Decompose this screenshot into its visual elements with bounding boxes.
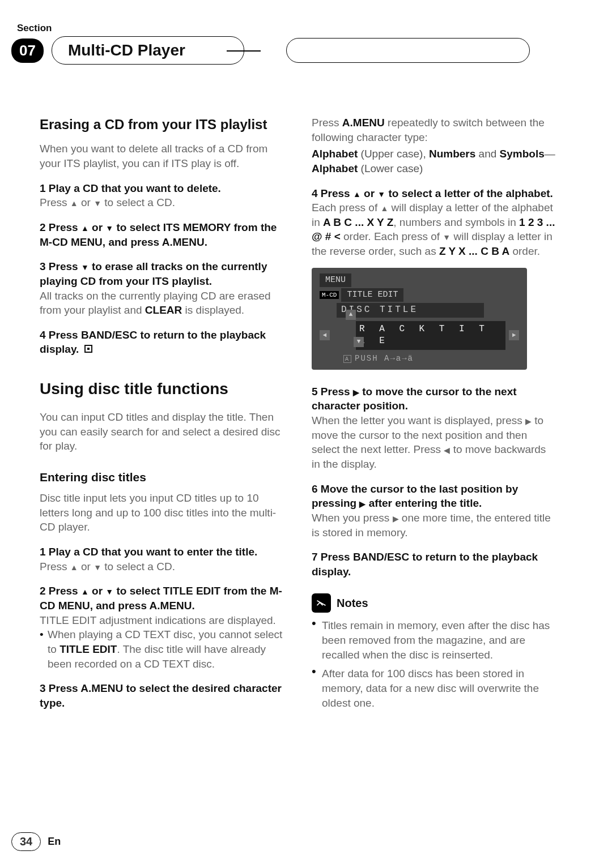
manual-page: Section 07 Multi-CD Player Erasing a CD … (0, 0, 612, 868)
notes-icon (312, 593, 331, 613)
text: (Lower case) (358, 163, 423, 174)
step-head: 4 Press or to select a letter of the alp… (312, 186, 555, 201)
right-column: Press A.MENU repeatedly to switch betwee… (312, 116, 555, 715)
up-arrow-icon (81, 221, 89, 233)
stop-icon (84, 345, 92, 353)
right-step-4: 4 Press or to select a letter of the alp… (312, 186, 555, 259)
text: TITLE EDIT (341, 288, 403, 302)
text-bold: Z Y X ... C B A (439, 245, 509, 257)
step-head: 2 Press or to select ITS MEMORY from the… (40, 220, 283, 249)
step-body: When you press one more time, the entere… (312, 511, 555, 540)
step-head: 6 Move the cursor to the last position b… (312, 482, 555, 511)
down-arrow-icon: ▼ (354, 337, 364, 347)
footer-page-number: 34 (11, 832, 41, 851)
entering-intro: Disc title input lets you input CD title… (40, 491, 283, 535)
text: , numbers and symbols in (393, 216, 519, 228)
text: M-CD (320, 291, 339, 299)
up-arrow-icon (70, 196, 78, 208)
text: to select a CD. (101, 196, 175, 208)
enter-step-1: 1 Play a CD that you want to enter the t… (40, 545, 283, 574)
step-head: 5 Press to move the cursor to the next c… (312, 384, 555, 413)
text: or (89, 585, 106, 597)
notes-list: Titles remain in memory, even after the … (312, 618, 555, 710)
step-head: 1 Play a CD that you want to enter the t… (40, 545, 283, 559)
down-arrow-icon (94, 561, 101, 572)
up-arrow-icon (353, 187, 361, 199)
text: after entering the title. (366, 497, 482, 509)
step-head: 7 Press BAND/ESC to return to the playba… (312, 550, 555, 579)
text-bold: CLEAR (145, 304, 182, 316)
scr-title-edit: M-CDTITLE EDIT (320, 288, 519, 302)
step-head: 3 Press A.MENU to select the desired cha… (40, 681, 283, 710)
up-arrow-icon (380, 202, 388, 213)
text-bold: A B C ... X Y Z (323, 216, 393, 228)
text: 2 Press (40, 221, 81, 233)
text: to select a CD. (101, 561, 175, 572)
erase-intro: When you want to delete all tracks of a … (40, 142, 283, 170)
down-arrow-icon (94, 196, 101, 208)
erase-step-3: 3 Press to erase all tracks on the curre… (40, 259, 283, 318)
enter-step-3: 3 Press A.MENU to select the desired cha… (40, 681, 283, 710)
step-head: 2 Press or to select TITLE EDIT from the… (40, 584, 283, 613)
left-arrow-icon: ◄ (320, 330, 330, 340)
char-intro: Press A.MENU repeatedly to switch betwee… (312, 116, 555, 144)
text: or (89, 221, 106, 233)
down-arrow-icon (81, 260, 89, 272)
notes-title: Notes (337, 596, 368, 611)
right-step-5: 5 Press to move the cursor to the next c… (312, 384, 555, 472)
step-body: All tracks on the currently playing CD a… (40, 289, 283, 318)
scr-nav: ◄ ▲ R A C K T I T L E ► (320, 321, 519, 350)
down-arrow-icon (443, 230, 450, 242)
text: 2 Press (40, 585, 81, 597)
text: order. (509, 245, 540, 257)
text: 3 Press (40, 260, 81, 272)
footer-language: En (48, 836, 61, 848)
erase-step-1: 1 Play a CD that you want to delete. Pre… (40, 181, 283, 210)
text: (Upper case), (358, 148, 429, 160)
text-bold: Numbers (429, 148, 475, 160)
char-types: Alphabet (Upper case), Numbers and Symbo… (312, 147, 555, 176)
up-arrow-icon: ▲ (346, 310, 356, 320)
scr-menu: MENU (320, 273, 519, 287)
text: When the letter you want is displayed, p… (312, 414, 525, 426)
text: PUSH A→a→ä (355, 354, 414, 363)
text: Press (312, 117, 342, 129)
down-arrow-icon (105, 585, 113, 597)
right-arrow-icon (359, 497, 366, 509)
lcd-screenshot: MENU M-CDTITLE EDIT DISC TITLE ◄ ▲ R A C… (312, 268, 527, 370)
scr-push: APUSH A→a→ä (320, 353, 519, 364)
up-arrow-icon (70, 561, 78, 572)
footer: 34 En (11, 832, 61, 851)
step-body: TITLE EDIT adjustment indications are di… (40, 613, 283, 628)
down-arrow-icon (377, 187, 385, 199)
heading-entering: Entering disc titles (40, 469, 283, 485)
step-head: 1 Play a CD that you want to delete. (40, 181, 283, 196)
text: When you press (312, 512, 393, 524)
right-arrow-icon (525, 414, 532, 426)
text: 5 Press (312, 386, 353, 397)
header-row: 07 Multi-CD Player (11, 36, 572, 65)
header-spacer-pill (286, 38, 530, 63)
heading-using: Using disc title functions (40, 378, 283, 400)
text: Press (40, 196, 70, 208)
right-step-7: 7 Press BAND/ESC to return to the playba… (312, 550, 555, 579)
text-bold: TITLE EDIT (60, 643, 117, 655)
left-arrow-icon (444, 443, 450, 455)
text: MENU (320, 273, 351, 287)
text: and (475, 148, 499, 160)
step-head: 3 Press to erase all tracks on the curre… (40, 259, 283, 288)
text: or (78, 561, 94, 572)
text-bold: Symbols (500, 148, 545, 160)
text: or (78, 196, 94, 208)
text-bold: Alphabet (312, 148, 358, 160)
note-item: After data for 100 discs has been stored… (312, 666, 555, 710)
erase-step-2: 2 Press or to select ITS MEMORY from the… (40, 220, 283, 249)
erase-step-4: 4 Press BAND/ESC to return to the playba… (40, 328, 283, 357)
left-column: Erasing a CD from your ITS playlist When… (40, 116, 283, 715)
text: — (545, 148, 555, 160)
text: is displayed. (182, 304, 244, 316)
text-bold: A.MENU (342, 117, 385, 129)
right-step-6: 6 Move the cursor to the last position b… (312, 482, 555, 540)
heading-erase: Erasing a CD from your ITS playlist (40, 116, 283, 134)
page-title: Multi-CD Player (52, 36, 244, 65)
